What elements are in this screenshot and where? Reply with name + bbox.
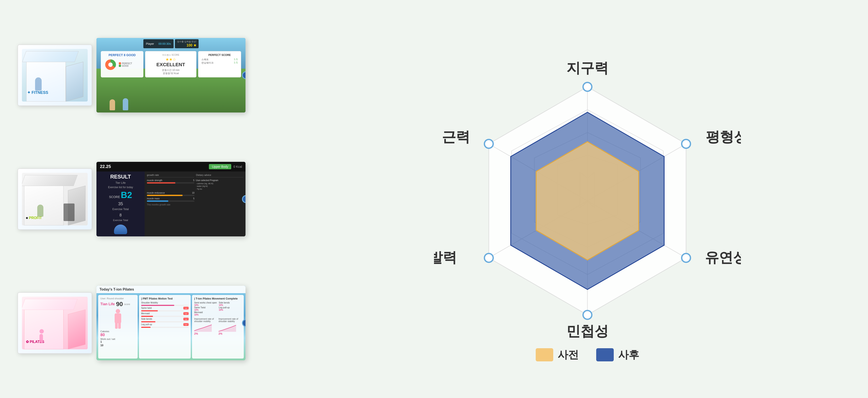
tian-score: 90	[116, 301, 123, 308]
calories: 80	[100, 333, 135, 337]
main-container: ✦ FITNESS Player 00:00:30s	[0, 0, 868, 398]
svg-text:순발력: 순발력	[434, 249, 457, 265]
svg-text:유연성: 유연성	[705, 249, 741, 265]
exercise-count: 35	[118, 201, 123, 206]
fitness-booth: ✦ FITNESS	[18, 44, 92, 106]
svg-point-1	[108, 62, 113, 67]
growth-count: 8	[120, 213, 122, 217]
profit-score: B2	[121, 190, 132, 200]
svg-marker-2	[194, 325, 212, 332]
pilates-booth: ✿ PILATES	[18, 292, 92, 354]
perfect-good-title: PERFECT 8 GOOD	[104, 53, 140, 57]
svg-point-17	[682, 140, 690, 148]
upper-body-badge: Upper Body	[209, 164, 231, 169]
pilates-row: ✿ PILATES Today's T-ion Pilates	[18, 286, 324, 360]
pie-chart	[104, 58, 117, 71]
svg-text:지구력: 지구력	[566, 60, 609, 76]
svg-point-16	[583, 83, 592, 91]
chart-shoulder	[194, 323, 212, 332]
time: 10	[100, 344, 135, 347]
radar-chart: 지구력 평형성 유연성 민첩성 순발력 근력	[434, 48, 741, 355]
svg-text:민첩성: 민첩성	[566, 323, 609, 339]
fitness-row: ✦ FITNESS Player 00:00:30s	[18, 38, 324, 113]
profit-row: ■ PROFIT 22.25 Upper Body 0 Kcal	[18, 162, 324, 236]
profit-booth: ■ PROFIT	[18, 169, 92, 230]
svg-point-21	[485, 140, 493, 148]
svg-text:근력: 근력	[442, 129, 470, 145]
chart-stability	[219, 323, 236, 332]
svg-text:평형성: 평형성	[706, 129, 741, 145]
fitness-stats: 운동시간 10 min 운동량 52 Kcal	[149, 68, 193, 75]
pilates-title: Today's T-ion Pilates	[96, 286, 246, 293]
right-section: 지구력 평형성 유연성 민첩성 순발력 근력 사전 사후	[324, 13, 850, 385]
svg-point-20	[485, 253, 493, 262]
tian-life-label: Tian Life	[100, 302, 115, 306]
fitness-screen: Player 00:00:30s 점수를 입력을 완성! 100 ★ PERFE…	[96, 38, 246, 113]
left-section: ✦ FITNESS Player 00:00:30s	[18, 13, 324, 385]
result-title: RESULT	[110, 174, 131, 180]
svg-point-19	[583, 310, 592, 319]
user-label: User: Round shoulder	[100, 297, 135, 300]
profit-screen: 22.25 Upper Body 0 Kcal RESULT Tier Life…	[96, 162, 246, 236]
excellent-label: EXCELLENT	[149, 62, 193, 67]
pilates-screen: Today's T-ion Pilates User: Round should…	[96, 286, 246, 360]
svg-point-18	[682, 253, 690, 262]
profit-time: 22.25	[100, 164, 111, 169]
